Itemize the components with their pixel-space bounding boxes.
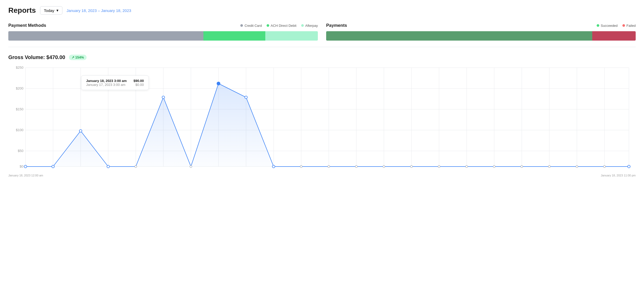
x-label-start: January 18, 2023 12:00 am — [8, 174, 43, 177]
payment-methods-section: Payment Methods Credit Card ACH Direct D… — [8, 23, 318, 41]
payments-bar — [326, 31, 636, 41]
chart-point[interactable] — [107, 165, 110, 168]
payments-header: Payments Succeeded Failed — [326, 23, 636, 28]
gross-volume-row: Gross Volume: $470.00 ↗ 154% — [8, 54, 636, 60]
afterpay-label: Afterpay — [305, 24, 318, 28]
svg-text:$150: $150 — [16, 107, 23, 111]
chart-point-active[interactable] — [217, 82, 220, 85]
chart-point[interactable] — [383, 165, 385, 168]
dropdown-label: Today — [44, 8, 54, 13]
chart-point[interactable] — [300, 165, 302, 168]
chart-point[interactable] — [245, 96, 247, 99]
page-title: Reports — [8, 6, 36, 15]
payments-title: Payments — [326, 23, 347, 28]
legend-item-failed: Failed — [622, 24, 636, 28]
svg-text:$50: $50 — [18, 149, 23, 153]
chart-point[interactable] — [355, 165, 357, 168]
chart-point[interactable] — [52, 165, 54, 168]
chart-svg: $250 $200 $150 $100 $50 $0 — [8, 62, 636, 172]
payment-methods-legend: Credit Card ACH Direct Debit Afterpay — [240, 24, 318, 28]
payment-methods-bar — [8, 31, 318, 41]
payments-section: Payments Succeeded Failed — [326, 23, 636, 41]
svg-text:$200: $200 — [16, 86, 23, 90]
chart-point[interactable] — [135, 165, 137, 168]
x-label-end: January 18, 2023 11:00 pm — [601, 174, 636, 177]
afterpay-dot — [301, 24, 304, 27]
chart-line — [25, 84, 629, 167]
succeeded-bar — [326, 31, 592, 41]
chart-point[interactable] — [628, 165, 630, 168]
page-header: Reports Today ▾ January 18, 2023 – Janua… — [8, 6, 636, 15]
svg-text:$0: $0 — [20, 164, 23, 168]
chart-point[interactable] — [79, 130, 82, 132]
chart-fill — [25, 84, 629, 167]
legend-item-creditcard: Credit Card — [240, 24, 262, 28]
legend-item-afterpay: Afterpay — [301, 24, 318, 28]
ach-bar — [203, 31, 265, 41]
section-divider — [8, 47, 636, 47]
chart-point[interactable] — [521, 165, 523, 168]
chart-point[interactable] — [162, 96, 165, 99]
chart-point[interactable] — [328, 165, 330, 168]
chevron-down-icon: ▾ — [56, 8, 59, 13]
chart-point[interactable] — [24, 165, 27, 168]
payment-methods-title: Payment Methods — [8, 23, 46, 28]
succeeded-label: Succeeded — [601, 24, 618, 28]
sections-row: Payment Methods Credit Card ACH Direct D… — [8, 23, 636, 41]
date-range-link[interactable]: January 18, 2023 – January 18, 2023 — [67, 8, 131, 13]
failed-bar — [592, 31, 636, 41]
svg-text:$250: $250 — [16, 66, 23, 69]
date-dropdown[interactable]: Today ▾ — [40, 6, 62, 15]
chart-point[interactable] — [190, 165, 192, 168]
growth-badge: ↗ 154% — [69, 55, 87, 60]
creditcard-label: Credit Card — [244, 24, 262, 28]
chart-point[interactable] — [603, 165, 606, 168]
failed-dot — [622, 24, 625, 27]
ach-dot — [267, 24, 269, 27]
afterpay-bar — [265, 31, 318, 41]
chart-point[interactable] — [410, 165, 413, 168]
creditcard-bar — [8, 31, 203, 41]
ach-label: ACH Direct Debit — [271, 24, 297, 28]
chart-point[interactable] — [438, 165, 440, 168]
chart-point[interactable] — [548, 165, 550, 168]
chart-point[interactable] — [272, 165, 275, 168]
chart-point[interactable] — [466, 165, 468, 168]
failed-label: Failed — [627, 24, 636, 28]
chart-point[interactable] — [576, 165, 578, 168]
legend-item-ach: ACH Direct Debit — [267, 24, 297, 28]
svg-text:$100: $100 — [16, 128, 23, 132]
payments-legend: Succeeded Failed — [597, 24, 636, 28]
chart-point[interactable] — [493, 165, 495, 168]
creditcard-dot — [240, 24, 243, 27]
x-axis-labels: January 18, 2023 12:00 am January 18, 20… — [8, 174, 636, 177]
payment-methods-header: Payment Methods Credit Card ACH Direct D… — [8, 23, 318, 28]
succeeded-dot — [597, 24, 599, 27]
gross-volume-label: Gross Volume: $470.00 — [8, 54, 65, 60]
chart-area: January 18, 2023 3:00 am $90.00 January … — [8, 62, 636, 177]
legend-item-succeeded: Succeeded — [597, 24, 618, 28]
